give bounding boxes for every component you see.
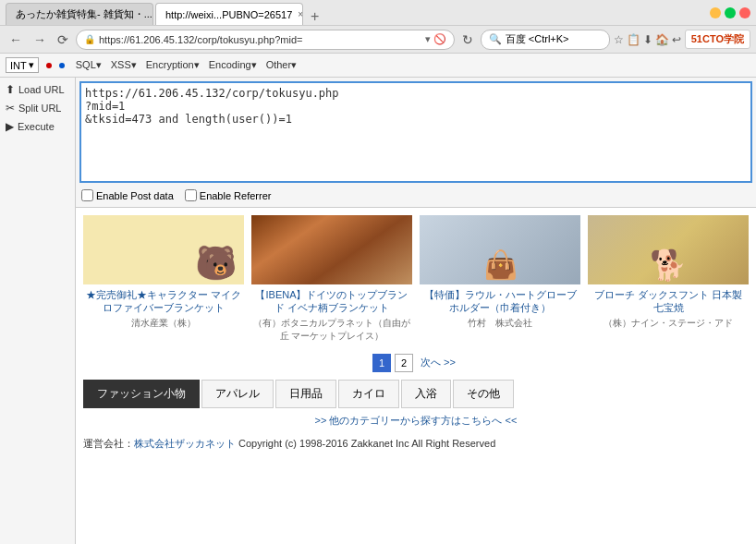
tab-2-close[interactable]: × xyxy=(298,9,303,19)
winnie-icon: 🐻 xyxy=(195,244,237,283)
post-data-input[interactable] xyxy=(81,189,93,201)
product-seller-4: （株）ナイン・ステージ・アド xyxy=(604,317,733,330)
category-tabs: ファッション小物 アパレル 日用品 カイロ 入浴 その他 xyxy=(83,380,749,408)
product-card-4: 🐕 ブローチ ダックスフント 日本製 七宝焼 （株）ナイン・ステージ・アド xyxy=(588,215,749,343)
menu-sql[interactable]: SQL▾ xyxy=(72,57,105,73)
product-card-2: 【IBENA】ドイツのトップブランド イベナ柄ブランケット （有）ボタニカルプラ… xyxy=(251,215,412,343)
other-categories-link[interactable]: >> 他のカテゴリーから探す方はこちらへ << xyxy=(315,415,518,426)
split-url-button[interactable]: ✂ Split URL xyxy=(0,100,75,116)
new-tab-button[interactable]: + xyxy=(305,8,324,25)
load-url-label: Load URL xyxy=(18,84,65,95)
url-options: Enable Post data Enable Referrer xyxy=(79,186,752,203)
block-icon: 🚫 xyxy=(433,33,446,45)
main-area: ⬆ Load URL ✂ Split URL ▶ Execute https:/… xyxy=(0,78,756,544)
navbar: ← → ⟳ 🔒 https://61.206.45.132/corp/tokus… xyxy=(0,26,756,54)
load-url-button[interactable]: ⬆ Load URL xyxy=(0,81,75,98)
split-icon: ✂ xyxy=(6,102,15,115)
cat-tab-bath[interactable]: 入浴 xyxy=(401,380,451,408)
pagination: 1 2 次へ >> xyxy=(83,354,749,372)
post-data-checkbox[interactable]: Enable Post data xyxy=(81,189,174,201)
product-title-2[interactable]: 【IBENA】ドイツのトップブランド イベナ柄ブランケット xyxy=(251,288,412,315)
home-icon[interactable]: 🏠 xyxy=(655,33,669,46)
menu-encryption[interactable]: Encryption▾ xyxy=(142,57,203,73)
address-text: https://61.206.45.132/corp/tokusyu.php?m… xyxy=(99,34,421,45)
menu-other[interactable]: Other▾ xyxy=(262,57,301,73)
page-1-button[interactable]: 1 xyxy=(372,354,391,372)
menu-encoding[interactable]: Encoding▾ xyxy=(205,57,261,73)
other-categories: >> 他のカテゴリーから探す方はこちらへ << xyxy=(83,414,749,428)
red-dot xyxy=(46,63,52,68)
hack-toolbar: INT ▾ SQL▾ XSS▾ Encryption▾ Encoding▾ Ot… xyxy=(0,54,756,78)
lock-icon: 🔒 xyxy=(84,34,95,44)
product-seller-2: （有）ボタニカルプラネット（自由が丘 マーケットプレイス） xyxy=(251,317,412,343)
search-bar[interactable]: 🔍 百度 <Ctrl+K> xyxy=(481,30,610,50)
nav-right-icons: ☆ 📋 ⬇ 🏠 ↩ xyxy=(614,33,681,46)
url-editor-section: https://61.206.45.132/corp/tokusyu.php ?… xyxy=(76,78,756,208)
address-bar[interactable]: 🔒 https://61.206.45.132/corp/tokusyu.php… xyxy=(76,30,455,50)
tab-group: あったか雑貨特集- 雑貨知・... × http://weixi...PUBNO… xyxy=(6,0,710,25)
product-title-4[interactable]: ブローチ ダックスフント 日本製 七宝焼 xyxy=(588,288,749,315)
search-icon: 🔍 xyxy=(489,33,502,45)
cat-tab-daily[interactable]: 日用品 xyxy=(275,380,336,408)
product-seller-3: 竹村 株式会社 xyxy=(468,317,532,330)
int-label: INT xyxy=(10,60,27,71)
cat-tab-fashion[interactable]: ファッション小物 xyxy=(83,380,200,408)
menu-xss[interactable]: XSS▾ xyxy=(107,57,140,73)
bag-icon: 👜 xyxy=(483,248,518,281)
web-content[interactable]: 🐻 ★完売御礼★キャラクター マイクロファイバーブランケット 清水産業（株） 【… xyxy=(76,208,756,544)
refresh-button[interactable]: ↻ xyxy=(458,30,477,49)
split-url-label: Split URL xyxy=(18,103,61,114)
product-title-1[interactable]: ★完売御礼★キャラクター マイクロファイバーブランケット xyxy=(83,288,244,315)
cat-tab-kairo[interactable]: カイロ xyxy=(338,380,399,408)
search-placeholder: 百度 <Ctrl+K> xyxy=(506,32,569,46)
cat-tab-apparel[interactable]: アパレル xyxy=(201,380,274,408)
product-img-4: 🐕 xyxy=(588,215,749,284)
toolbar-menu: SQL▾ XSS▾ Encryption▾ Encoding▾ Other▾ xyxy=(72,57,300,73)
copy-icon[interactable]: 📋 xyxy=(627,33,640,46)
product-seller-1: 清水産業（株） xyxy=(131,317,196,330)
tab-1-label: あったか雑貨特集- 雑貨知・... xyxy=(16,7,152,21)
execute-button[interactable]: ▶ Execute xyxy=(0,118,75,135)
content-area: https://61.206.45.132/corp/tokusyu.php ?… xyxy=(76,78,756,544)
titlebar: あったか雑貨特集- 雑貨知・... × http://weixi...PUBNO… xyxy=(0,0,756,26)
footer-company-link[interactable]: 株式会社ザッカネット xyxy=(134,438,236,449)
dog-icon: 🐕 xyxy=(650,248,687,283)
left-panel: ⬆ Load URL ✂ Split URL ▶ Execute xyxy=(0,78,76,544)
product-card-1: 🐻 ★完売御礼★キャラクター マイクロファイバーブランケット 清水産業（株） xyxy=(83,215,244,343)
window-close[interactable] xyxy=(739,7,750,18)
referrer-checkbox[interactable]: Enable Referrer xyxy=(185,189,272,201)
tab-2-label: http://weixi...PUBNO=26517 xyxy=(165,9,292,20)
blue-dot xyxy=(59,63,65,68)
url-textarea[interactable]: https://61.206.45.132/corp/tokusyu.php ?… xyxy=(79,81,752,183)
page-2-button[interactable]: 2 xyxy=(395,354,413,372)
window-controls xyxy=(710,7,750,18)
referrer-label: Enable Referrer xyxy=(200,190,272,201)
footer-copyright: Copyright (c) 1998-2016 Zakkanet Inc All… xyxy=(236,438,495,449)
tab-1[interactable]: あったか雑貨特集- 雑貨知・... × xyxy=(6,3,153,25)
execute-icon: ▶ xyxy=(6,120,14,133)
back-button[interactable]: ← xyxy=(6,30,26,49)
window-minimize[interactable] xyxy=(710,7,721,18)
watermark: 51CTO学院 xyxy=(685,30,750,49)
address-icons: ▾ 🚫 xyxy=(425,33,446,45)
tab-2[interactable]: http://weixi...PUBNO=26517 × xyxy=(155,3,303,25)
star-icon[interactable]: ☆ xyxy=(614,33,624,46)
product-img-1: 🐻 xyxy=(83,215,244,284)
cat-tab-other[interactable]: その他 xyxy=(453,380,514,408)
next-page-link[interactable]: 次へ >> xyxy=(417,354,459,371)
footer: 運営会社：株式会社ザッカネット Copyright (c) 1998-2016 … xyxy=(83,431,749,456)
product-grid: 🐻 ★完売御礼★キャラクター マイクロファイバーブランケット 清水産業（株） 【… xyxy=(83,215,749,343)
load-icon: ⬆ xyxy=(6,83,15,96)
referrer-input[interactable] xyxy=(185,189,197,201)
int-dropdown[interactable]: INT ▾ xyxy=(6,57,39,73)
back-hist-icon[interactable]: ↩ xyxy=(672,33,681,46)
down-arrow-icon: ▾ xyxy=(425,33,431,45)
footer-prefix: 運営会社： xyxy=(83,438,134,449)
dropdown-arrow: ▾ xyxy=(29,59,34,71)
execute-label: Execute xyxy=(18,121,55,132)
reload-button[interactable]: ⟳ xyxy=(54,30,72,49)
download-icon[interactable]: ⬇ xyxy=(643,33,652,46)
forward-button[interactable]: → xyxy=(30,30,50,49)
window-maximize[interactable] xyxy=(725,7,736,18)
product-title-3[interactable]: 【特価】ラウル・ハートグローブホルダー（巾着付き） xyxy=(420,288,580,315)
